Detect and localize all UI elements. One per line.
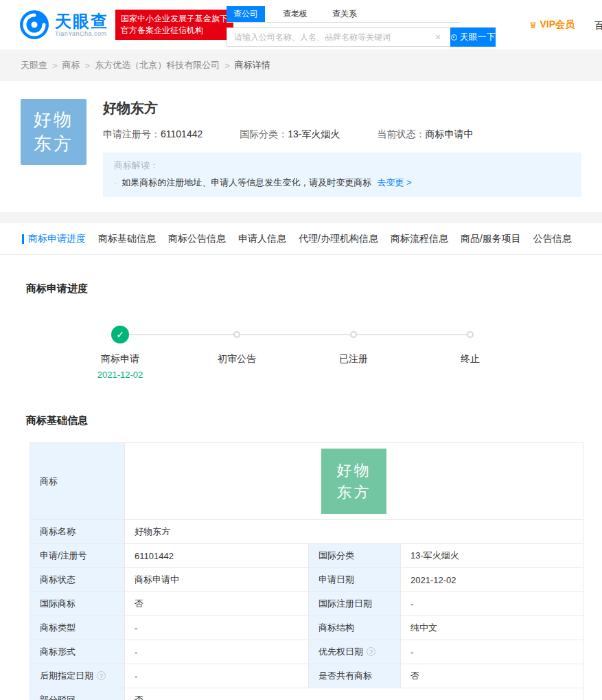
row-label: 商标类型 — [30, 616, 125, 640]
row-value: 否 — [125, 688, 583, 700]
logo-title: 天眼查 — [55, 12, 108, 30]
row-label: 国际分类 — [309, 544, 401, 568]
eye-icon — [451, 34, 457, 41]
detail-card: 商标申请进度 商标基础信息 商标公告信息 申请人信息 代理/办理机构信息 商标流… — [0, 223, 602, 700]
tab-announcement-info[interactable]: 商标公告信息 — [168, 233, 226, 245]
breadcrumb-home[interactable]: 天眼查 — [21, 59, 47, 71]
meta-reg-number: 申请注册号：61101442 — [103, 128, 202, 141]
tab-basic-info[interactable]: 商标基础信息 — [98, 233, 156, 245]
table-row: 商标类型 - 商标结构 纯中文 — [30, 616, 583, 640]
breadcrumb-separator: > — [224, 60, 230, 71]
row-label: 国际注册日期 — [309, 592, 401, 616]
tab-applicant-info[interactable]: 申请人信息 — [238, 233, 286, 245]
trademark-note-box: 商标解读： · 如果商标的注册地址、申请人等信息发生变化，请及时变更商标 去变更… — [103, 153, 581, 197]
row-label: 是否共有商标 — [309, 664, 401, 688]
row-label: 商标形式 — [30, 640, 125, 664]
breadcrumb: 天眼查 > 商标 > 东方优选（北京）科技有限公司 > 商标详情 — [0, 49, 602, 81]
row-label: 优先权日期? — [309, 640, 401, 664]
help-icon[interactable]: ? — [367, 647, 375, 656]
table-row: 国际商标 否 国际注册日期 - — [30, 592, 583, 616]
row-label: 商标结构 — [309, 616, 401, 640]
row-value: - — [401, 592, 583, 616]
gov-badge: 国家中小企业发展子基金旗下 官方备案企业征信机构 — [115, 10, 233, 41]
meta-intl-class: 国际分类：13-军火烟火 — [240, 128, 340, 141]
tab-agency-info[interactable]: 代理/办理机构信息 — [299, 233, 378, 245]
search-input[interactable] — [227, 27, 450, 47]
page-title: 好物东方 — [103, 99, 581, 117]
search-button[interactable]: 天眼一下 — [450, 27, 496, 47]
row-value: 纯中文 — [401, 616, 583, 640]
tab-application-progress[interactable]: 商标申请进度 — [22, 233, 86, 245]
row-value: 否 — [125, 592, 309, 616]
help-icon[interactable]: ? — [97, 671, 106, 680]
logo-subtitle: TianYanCha.com — [55, 30, 108, 37]
row-label: 申请/注册号 — [30, 544, 125, 568]
table-row: 商标名称 好物东方 — [30, 520, 583, 544]
basic-info-table: 商标 好物 东方 商标名称 好物东方 申请/注册号 61101442 国际分类 … — [30, 442, 583, 700]
row-value: 61101442 — [125, 544, 309, 568]
table-row: 商标状态 商标申请中 申请日期 2021-12-02 — [30, 568, 583, 592]
row-value: 13-军火烟火 — [401, 544, 583, 568]
row-value: 2021-12-02 — [401, 568, 583, 592]
breadcrumb-separator: > — [85, 60, 91, 71]
row-label: 国际商标 — [30, 592, 125, 616]
table-row: 商标 好物 东方 — [30, 443, 583, 520]
table-row: 申请/注册号 61101442 国际分类 13-军火烟火 — [30, 544, 583, 568]
gov-badge-line2: 官方备案企业征信机构 — [121, 25, 228, 36]
trademark-table-image: 好物 东方 — [321, 449, 386, 514]
row-value: - — [401, 640, 583, 664]
search-tab-boss[interactable]: 查老板 — [276, 6, 314, 22]
search-tab-relation[interactable]: 查关系 — [325, 6, 364, 22]
row-label: 申请日期 — [309, 568, 401, 592]
breadcrumb-company[interactable]: 东方优选（北京）科技有限公司 — [95, 59, 220, 71]
tab-goods-services[interactable]: 商品/服务项目 — [461, 233, 521, 245]
pending-dot-icon — [350, 331, 357, 338]
go-change-link[interactable]: 去变更 > — [377, 177, 411, 189]
pending-dot-icon — [233, 331, 240, 338]
note-text: 如果商标的注册地址、申请人等信息发生变化，请及时变更商标 — [121, 177, 371, 189]
check-icon: ✓ — [111, 326, 129, 343]
section-title-basic-info: 商标基础信息 — [26, 414, 576, 427]
row-label: 商标 — [30, 443, 125, 520]
tab-public-notice[interactable]: 公告信息 — [533, 233, 572, 245]
breadcrumb-current: 商标详情 — [235, 59, 270, 71]
row-value: - — [125, 664, 309, 688]
site-header: 天眼查 TianYanCha.com 国家中小企业发展子基金旗下 官方备案企业征… — [0, 0, 602, 49]
pending-dot-icon — [467, 331, 474, 338]
tianyancha-logo-icon — [19, 10, 49, 40]
table-row: 商标形式 - 优先权日期? - — [30, 640, 583, 664]
row-value: 好物东方 — [125, 520, 583, 544]
breadcrumb-trademark[interactable]: 商标 — [62, 59, 80, 71]
row-value: 否 — [401, 664, 583, 688]
row-label: 商标名称 — [30, 520, 125, 544]
header-right-partial-text: 百 — [594, 20, 602, 32]
search-tabs: 查公司 查老板 查关系 — [227, 6, 460, 23]
row-label: 部分驳回 — [30, 688, 125, 700]
row-label: 商标状态 — [30, 568, 125, 592]
tianyancha-logo[interactable]: 天眼查 TianYanCha.com — [19, 10, 108, 40]
gov-badge-line1: 国家中小企业发展子基金旗下 — [121, 13, 228, 25]
vip-link[interactable]: ♛ VIP会员 — [529, 19, 575, 31]
step-terminated: 终止 — [412, 326, 529, 380]
search-area: 查公司 查老板 查关系 × 天眼一下 — [227, 6, 496, 47]
tab-process-info[interactable]: 商标流程信息 — [391, 233, 448, 245]
table-row: 后期指定日期? - 是否共有商标 否 — [30, 664, 583, 688]
row-value: - — [125, 640, 309, 664]
section-title-progress: 商标申请进度 — [26, 282, 576, 295]
vip-label: VIP会员 — [540, 19, 575, 31]
status-badge: 商标申请中 — [425, 128, 473, 139]
trademark-logo-image: 好物 东方 — [21, 99, 86, 165]
search-tab-company[interactable]: 查公司 — [227, 6, 265, 22]
breadcrumb-separator: > — [52, 60, 58, 71]
progress-stepper: ✓ 商标申请 2021-12-02 初审公告 已注册 终止 — [62, 326, 576, 380]
meta-status: 当前状态：商标申请中 — [377, 128, 473, 141]
row-value: 商标申请中 — [125, 568, 309, 592]
crown-icon: ♛ — [529, 20, 537, 30]
row-label: 后期指定日期? — [30, 664, 125, 688]
trademark-meta: 申请注册号：61101442 国际分类：13-军火烟火 当前状态：商标申请中 — [103, 128, 581, 141]
note-title: 商标解读： — [114, 159, 570, 172]
clear-icon[interactable]: × — [435, 32, 441, 43]
row-value: - — [125, 616, 309, 640]
detail-tabbar: 商标申请进度 商标基础信息 商标公告信息 申请人信息 代理/办理机构信息 商标流… — [0, 223, 602, 255]
section-divider — [0, 212, 602, 223]
